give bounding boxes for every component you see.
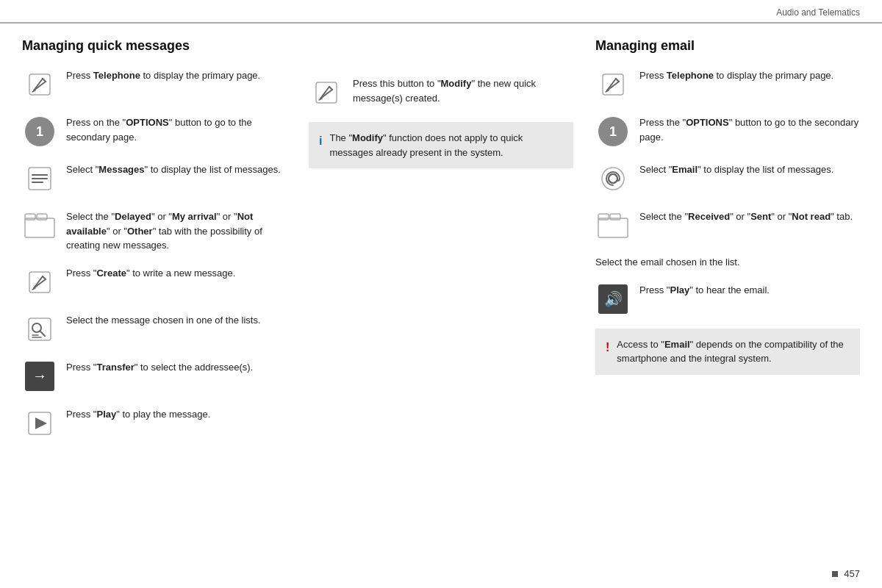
right-step-1: Press Telephone to display the primary p… [595, 67, 860, 102]
svg-rect-11 [37, 214, 47, 220]
right-step-3: Select "Email" to display the list of me… [595, 161, 860, 196]
right-step-4: Select the "Received" or "Sent" or "Not … [595, 208, 860, 243]
left-step-6: Select the message chosen in one of the … [22, 312, 287, 347]
page-header: Audio and Telematics [0, 0, 882, 24]
svg-rect-9 [25, 218, 54, 237]
right-step-3-text: Select "Email" to display the list of me… [639, 161, 860, 177]
left-step-8-text: Press "Play" to play the message. [66, 406, 287, 422]
svg-line-28 [319, 98, 322, 100]
left-step-5-text: Press "Create" to write a new message. [66, 265, 287, 281]
page-footer: 457 [832, 568, 860, 579]
middle-step-1: Press this button to "Modify" the new qu… [309, 75, 573, 110]
left-step-3: Select "Messages" to display the list of… [22, 161, 287, 196]
right-step-2: 1 Press the "OPTIONS" button to go to th… [595, 114, 860, 149]
left-step-5: Press "Create" to write a new message. [22, 265, 287, 300]
search-list-icon [22, 312, 57, 347]
svg-line-33 [606, 90, 609, 92]
warning-icon: ! [606, 339, 609, 356]
warning-note-text: Access to "Email" depends on the compati… [617, 337, 850, 366]
middle-section: Press this button to "Modify" the new qu… [309, 38, 573, 453]
right-section: Managing email Press Telephone to displa… [595, 38, 860, 453]
svg-line-16 [32, 288, 35, 290]
left-step-6-text: Select the message chosen in one of the … [66, 312, 287, 328]
left-step-7: → Press "Transfer" to select the address… [22, 359, 287, 394]
left-step-4: Select the "Delayed" or "My arrival" or … [22, 208, 287, 253]
right-section-title: Managing email [595, 38, 860, 54]
svg-rect-38 [610, 214, 620, 220]
pencil-icon-1 [22, 67, 57, 102]
left-step-3-text: Select "Messages" to display the list of… [66, 161, 287, 177]
left-step-7-text: Press "Transfer" to select the addressee… [66, 359, 287, 375]
middle-step-1-text: Press this button to "Modify" the new qu… [353, 75, 573, 105]
svg-point-18 [32, 323, 41, 332]
left-section: Managing quick messages Press Telephone … [22, 38, 287, 453]
speaker-icon: 🔊 [595, 282, 631, 317]
header-title: Audio and Telematics [776, 7, 860, 18]
left-step-8: Press "Play" to play the message. [22, 406, 287, 441]
left-section-title: Managing quick messages [22, 38, 287, 54]
pencil-icon-2 [22, 265, 57, 300]
circle-1-icon-1: 1 [22, 114, 57, 149]
svg-marker-23 [35, 417, 47, 429]
left-step-2-text: Press on the "OPTIONS" button to go to t… [66, 114, 287, 144]
info-note-box: i The "Modify" function does not apply t… [309, 122, 573, 168]
right-step-1-text: Press Telephone to display the primary p… [639, 67, 860, 83]
info-note-text: The "Modify" function does not apply to … [329, 131, 563, 159]
left-step-1-text: Press Telephone to display the primary p… [66, 67, 287, 83]
pencil-icon-4 [595, 67, 631, 102]
left-step-2: 1 Press on the "OPTIONS" button to go to… [22, 114, 287, 149]
arrow-icon: → [22, 359, 57, 394]
right-select-text: Select the email chosen in the list. [595, 255, 860, 270]
messages-icon [22, 161, 57, 196]
svg-line-19 [40, 331, 45, 336]
svg-line-4 [32, 90, 35, 92]
play-icon-1 [22, 406, 57, 441]
page-number: 457 [844, 568, 860, 579]
right-step-5: 🔊 Press "Play" to hear the email. [595, 282, 860, 317]
right-step-2-text: Press the "OPTIONS" button to go to the … [639, 114, 860, 144]
svg-rect-37 [598, 214, 609, 220]
svg-rect-36 [598, 218, 628, 237]
warning-note-box: ! Access to "Email" depends on the compa… [595, 329, 860, 375]
left-step-4-text: Select the "Delayed" or "My arrival" or … [66, 208, 287, 253]
pencil-icon-3 [309, 75, 344, 110]
svg-rect-10 [25, 214, 35, 220]
footer-square [832, 571, 838, 577]
circle-1-icon-2: 1 [595, 114, 631, 149]
tabs-icon-2 [595, 208, 631, 243]
right-step-4-text: Select the "Received" or "Sent" or "Not … [639, 208, 860, 224]
info-icon: i [319, 132, 322, 150]
svg-rect-34 [602, 168, 624, 190]
left-step-1: Press Telephone to display the primary p… [22, 67, 287, 102]
right-step-5-text: Press "Play" to hear the email. [639, 282, 860, 298]
tabs-icon-1 [22, 208, 57, 243]
at-icon [595, 161, 631, 196]
